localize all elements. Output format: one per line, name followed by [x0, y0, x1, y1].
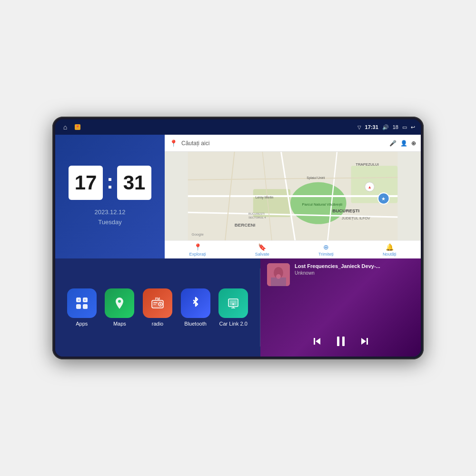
user-icon[interactable]: 👤: [400, 140, 407, 147]
carlink-label: Car Link 2.0: [219, 321, 248, 327]
app-item-apps[interactable]: Apps: [67, 288, 97, 327]
svg-text:TRAPEZULUI: TRAPEZULUI: [356, 162, 379, 167]
app-item-maps[interactable]: Maps: [105, 288, 134, 327]
map-share-tab[interactable]: ⊕ Trimiteți: [318, 243, 334, 257]
app-item-carlink[interactable]: Car Link 2.0: [218, 288, 248, 327]
music-info: Lost Frequencies_Janieck Devy-... Unknow…: [267, 263, 414, 286]
prev-button[interactable]: [311, 336, 323, 347]
music-text: Lost Frequencies_Janieck Devy-... Unknow…: [295, 263, 414, 276]
map-body: BERCENI BUCUREȘTI JUDEȚUL ILFOV TRAPEZUL…: [165, 152, 421, 240]
svg-text:📍: 📍: [75, 125, 80, 129]
maps-label: Maps: [113, 321, 126, 327]
maps-icon: [105, 288, 134, 318]
time-display: 17:31: [365, 124, 378, 130]
svg-text:Google: Google: [192, 232, 204, 237]
news-icon: 🔔: [386, 243, 394, 251]
svg-text:BUCUREȘTI: BUCUREȘTI: [332, 208, 359, 213]
explore-icon: 📍: [194, 243, 202, 251]
svg-text:JUDEȚUL ILFOV: JUDEȚUL ILFOV: [342, 216, 371, 220]
svg-point-46: [232, 303, 234, 305]
map-explore-tab[interactable]: 📍 Explorați: [189, 243, 206, 257]
svg-rect-39: [153, 304, 156, 305]
app-item-radio[interactable]: FM radio: [143, 288, 172, 327]
apps-panel: Apps Maps: [55, 258, 260, 357]
svg-rect-53: [337, 337, 339, 346]
svg-point-33: [118, 300, 121, 303]
map-saved-tab[interactable]: 🔖 Salvate: [255, 243, 269, 257]
svg-rect-34: [152, 300, 163, 308]
main-content: 17 : 31 2023.12.12 Tuesday 📍 Căutați aic…: [55, 135, 421, 357]
next-button[interactable]: [359, 336, 370, 347]
settings-icon[interactable]: ⊕: [411, 140, 416, 147]
svg-text:SECTORUL 4: SECTORUL 4: [248, 216, 266, 219]
svg-rect-30: [83, 304, 88, 309]
clock-hours: 17: [69, 166, 103, 200]
play-pause-button[interactable]: [334, 335, 347, 348]
bluetooth-label: Bluetooth: [184, 321, 206, 327]
map-search-input[interactable]: Căutați aici: [181, 140, 386, 147]
music-artist: Unknown: [295, 270, 414, 276]
clock-minutes: 31: [117, 166, 151, 200]
svg-text:FM: FM: [155, 297, 160, 300]
share-icon: ⊕: [323, 243, 329, 251]
clock-date: 2023.12.12 Tuesday: [94, 208, 125, 228]
svg-point-50: [276, 274, 281, 279]
apps-label: Apps: [76, 321, 88, 327]
saved-label: Salvate: [255, 252, 269, 257]
back-icon[interactable]: ↩: [411, 124, 415, 130]
music-thumbnail: [267, 263, 290, 286]
map-panel[interactable]: 📍 Căutați aici 🎤 👤 ⊕: [165, 135, 421, 258]
music-controls: [267, 331, 414, 352]
svg-rect-31: [78, 299, 79, 301]
top-section: 17 : 31 2023.12.12 Tuesday 📍 Căutați aic…: [55, 135, 421, 258]
status-right-info: ▽ 17:31 🔊 18 ▭ ↩: [357, 124, 415, 130]
window-icon: ▭: [402, 124, 407, 130]
clock-panel: 17 : 31 2023.12.12 Tuesday: [55, 135, 165, 258]
svg-rect-29: [76, 304, 81, 309]
svg-text:Leroy Merlin: Leroy Merlin: [256, 196, 274, 199]
svg-text:Parcul Natural Văcărești: Parcul Natural Văcărești: [302, 202, 343, 207]
explore-label: Explorați: [189, 252, 206, 257]
map-search-bar: 📍 Căutați aici 🎤 👤 ⊕: [165, 135, 421, 152]
svg-text:BUCUREȘTI: BUCUREȘTI: [248, 212, 265, 215]
svg-marker-55: [361, 338, 366, 345]
music-title: Lost Frequencies_Janieck Devy-...: [295, 263, 414, 269]
svg-rect-32: [84, 299, 86, 301]
svg-text:▲: ▲: [367, 185, 372, 189]
home-icon[interactable]: ⌂: [61, 123, 69, 131]
gps-icon: ▽: [357, 125, 361, 130]
clock-colon: :: [107, 170, 113, 193]
svg-text:★: ★: [381, 196, 386, 201]
status-bar: ⌂ 📍 ▽ 17:31 🔊 18 ▭ ↩: [55, 119, 421, 135]
svg-point-37: [159, 304, 161, 305]
map-bottom-bar: 📍 Explorați 🔖 Salvate ⊕ Trimiteți 🔔: [165, 240, 421, 258]
radio-label: radio: [152, 321, 163, 327]
clock-display: 17 : 31: [69, 166, 151, 200]
battery-level: 18: [393, 124, 398, 130]
volume-icon: 🔊: [382, 124, 389, 130]
map-pin-icon: 📍: [169, 139, 178, 147]
status-left-icons: ⌂ 📍: [61, 123, 82, 131]
svg-rect-5: [351, 166, 397, 203]
svg-text:BERCENI: BERCENI: [235, 222, 256, 228]
app-item-bluetooth[interactable]: Bluetooth: [181, 288, 210, 327]
share-label: Trimiteți: [318, 252, 334, 257]
svg-rect-38: [153, 302, 158, 303]
svg-rect-56: [367, 338, 368, 345]
maps-nav-icon[interactable]: 📍: [73, 123, 82, 131]
svg-text:Splaiul Unirii: Splaiul Unirii: [307, 176, 325, 180]
map-news-tab[interactable]: 🔔 Noutăți: [383, 243, 397, 257]
svg-marker-51: [316, 338, 320, 345]
apps-icon: [67, 288, 97, 318]
mic-icon[interactable]: 🎤: [389, 140, 397, 147]
bluetooth-icon: [181, 288, 210, 318]
bottom-section: Apps Maps: [55, 258, 421, 357]
carlink-icon: [218, 288, 248, 318]
svg-rect-52: [314, 338, 315, 345]
screen: ⌂ 📍 ▽ 17:31 🔊 18 ▭ ↩: [55, 119, 421, 357]
saved-icon: 🔖: [258, 243, 266, 251]
news-label: Noutăți: [383, 252, 397, 257]
radio-icon: FM: [143, 288, 172, 318]
car-display-device: ⌂ 📍 ▽ 17:31 🔊 18 ▭ ↩: [52, 117, 424, 359]
svg-rect-54: [342, 337, 345, 346]
